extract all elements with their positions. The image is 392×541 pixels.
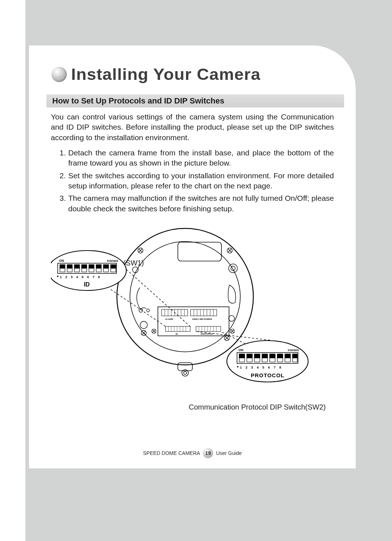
list-item: 3. The camera may malfunction if the swi… (60, 193, 334, 214)
label-video: VIDEO-485-POWER (192, 318, 212, 320)
svg-rect-92 (262, 354, 268, 358)
list-item: 2. Set the switches according to your in… (60, 171, 334, 191)
svg-point-54 (147, 309, 150, 312)
dip-right: ON KSD828 12345678 PROTOCOL (227, 341, 308, 382)
label-id-small: ID (176, 333, 178, 335)
page-number-badge: 19 (203, 448, 213, 458)
svg-rect-33 (196, 326, 221, 331)
svg-point-1 (130, 241, 240, 352)
label-model-right: KSD828 (288, 349, 299, 352)
footer-right: User Guide (216, 450, 242, 456)
section-subtitle: How to Set Up Protocols and ID DIP Switc… (52, 96, 224, 106)
svg-line-102 (111, 289, 166, 326)
svg-point-56 (229, 264, 237, 273)
svg-rect-2 (178, 242, 221, 261)
svg-rect-69 (67, 265, 72, 268)
svg-rect-81 (111, 265, 116, 268)
svg-point-0 (117, 228, 253, 365)
list-number: 1. (60, 148, 68, 168)
label-on-left: ON (59, 259, 64, 263)
label-numbers-right: 12345678 (240, 366, 285, 369)
label-numbers-left: 12345678 (60, 275, 103, 279)
svg-rect-73 (82, 265, 87, 268)
diagram-caption-right: Communication Protocol DIP Switch(SW2) (189, 403, 326, 411)
page-footer: SPEED DOME CAMERA 19 User Guide (29, 448, 356, 458)
svg-rect-77 (96, 265, 101, 268)
title-bar: Installing Your Camera (29, 45, 356, 84)
page-panel: Installing Your Camera How to Set Up Pro… (29, 45, 356, 468)
footer-left: SPEED DOME CAMERA (143, 450, 200, 456)
label-model-left: KSD828 (107, 259, 118, 263)
list-item: 1. Detach the camera frame from the inst… (60, 148, 334, 168)
svg-point-63 (184, 371, 187, 374)
page-title: Installing Your Camera (71, 65, 261, 84)
subtitle-band: How to Set Up Protocols and ID DIP Switc… (46, 94, 344, 107)
bullet-icon (52, 67, 67, 82)
label-alarm: ALARM (165, 318, 173, 320)
svg-rect-98 (285, 354, 290, 358)
svg-rect-75 (89, 265, 94, 268)
label-on-right: ON (238, 348, 244, 352)
svg-point-82 (57, 276, 58, 277)
svg-point-60 (140, 321, 147, 329)
svg-rect-94 (270, 354, 275, 358)
label-id-big: ID (84, 281, 90, 288)
svg-rect-67 (60, 265, 65, 268)
svg-rect-100 (293, 354, 297, 358)
svg-point-101 (237, 366, 238, 367)
list-number: 3. (60, 193, 68, 214)
label-protocol-small: PROTOCOL (201, 333, 213, 335)
label-protocol-big: PROTOCOL (251, 372, 285, 378)
svg-line-103 (126, 269, 190, 326)
svg-rect-86 (239, 354, 245, 358)
intro-paragraph: You can control various settings of the … (51, 112, 334, 143)
svg-rect-96 (277, 354, 283, 358)
list-text: The camera may malfunction if the switch… (68, 193, 334, 214)
page-number: 19 (205, 450, 211, 456)
svg-rect-79 (103, 265, 109, 268)
list-number: 2. (60, 171, 68, 191)
step-list: 1. Detach the camera frame from the inst… (51, 148, 334, 214)
body-text: You can control various settings of the … (29, 107, 356, 214)
list-text: Set the switches according to your insta… (68, 171, 334, 191)
svg-point-59 (229, 316, 234, 321)
diagram: ALARM VIDEO-485-POWER ID PROTOCOL (51, 228, 334, 387)
dip-left: ON KSD828 12345678 ID (51, 251, 126, 290)
svg-point-58 (132, 267, 138, 273)
list-text: Detach the camera frame from the install… (68, 148, 334, 168)
svg-rect-32 (166, 326, 190, 331)
svg-rect-90 (254, 354, 260, 358)
svg-rect-88 (247, 354, 252, 358)
svg-rect-71 (74, 265, 79, 268)
diagram-svg: ALARM VIDEO-485-POWER ID PROTOCOL (51, 228, 334, 387)
